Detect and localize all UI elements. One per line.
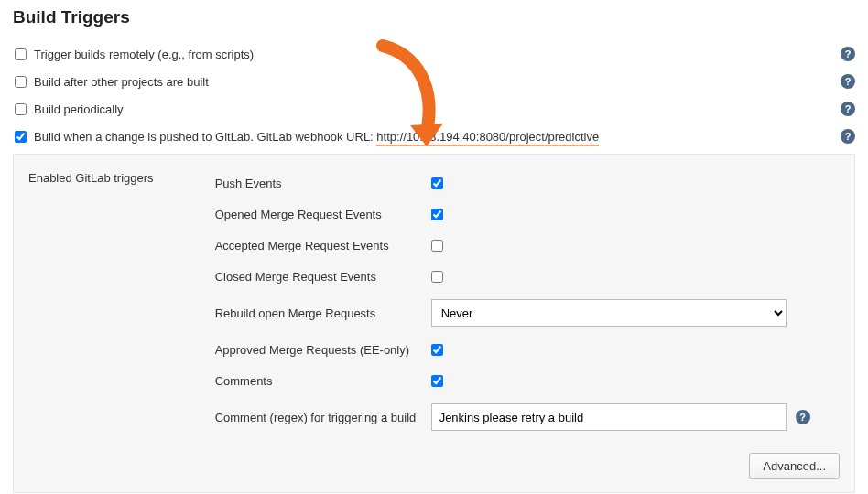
accepted-mr-label: Accepted Merge Request Events <box>215 239 431 252</box>
opened-mr-label: Opened Merge Request Events <box>215 208 431 221</box>
trigger-gitlab-checkbox[interactable] <box>15 131 27 143</box>
option-row-push-events: Push Events <box>215 167 810 199</box>
rebuild-mr-label: Rebuild open Merge Requests <box>215 306 431 320</box>
trigger-periodically-label: Build periodically <box>34 102 841 116</box>
rebuild-mr-select[interactable]: Never <box>431 299 787 327</box>
option-row-comment-regex: Comment (regex) for triggering a build ? <box>215 396 810 438</box>
option-row-opened-mr: Opened Merge Request Events <box>215 199 810 230</box>
section-title: Build Triggers <box>13 7 855 27</box>
closed-mr-checkbox[interactable] <box>431 271 443 283</box>
option-row-approved-mr: Approved Merge Requests (EE-only) <box>215 334 810 365</box>
help-icon[interactable]: ? <box>841 129 855 144</box>
trigger-after-projects-label: Build after other projects are built <box>34 75 841 89</box>
gitlab-subsection-label: Enabled GitLab triggers <box>28 167 212 185</box>
push-events-checkbox[interactable] <box>431 177 443 189</box>
trigger-remote-checkbox[interactable] <box>15 48 27 60</box>
trigger-periodically-checkbox[interactable] <box>15 103 27 115</box>
comment-regex-label: Comment (regex) for triggering a build <box>215 411 431 424</box>
option-row-rebuild-mr: Rebuild open Merge Requests Never <box>215 292 810 334</box>
trigger-row-gitlab: Build when a change is pushed to GitLab.… <box>13 123 855 150</box>
accepted-mr-checkbox[interactable] <box>431 240 443 252</box>
comments-checkbox[interactable] <box>431 375 443 387</box>
option-row-accepted-mr: Accepted Merge Request Events <box>215 230 810 261</box>
push-events-label: Push Events <box>215 177 431 190</box>
option-row-comments: Comments <box>215 365 810 396</box>
trigger-row-periodically: Build periodically ? <box>13 95 855 123</box>
gitlab-triggers-panel: Enabled GitLab triggers Push Events Open… <box>13 154 855 493</box>
trigger-after-projects-checkbox[interactable] <box>15 76 27 88</box>
help-icon[interactable]: ? <box>796 410 810 424</box>
trigger-row-remote: Trigger builds remotely (e.g., from scri… <box>13 40 855 68</box>
approved-mr-label: Approved Merge Requests (EE-only) <box>215 343 431 357</box>
option-row-closed-mr: Closed Merge Request Events <box>215 261 810 292</box>
gitlab-webhook-url: http://10.13.194.40:8080/project/predict… <box>376 130 599 146</box>
help-icon[interactable]: ? <box>841 47 855 61</box>
closed-mr-label: Closed Merge Request Events <box>215 270 431 284</box>
comment-regex-input[interactable] <box>431 403 787 431</box>
trigger-gitlab-label-prefix: Build when a change is pushed to GitLab.… <box>34 130 376 144</box>
trigger-gitlab-label: Build when a change is pushed to GitLab.… <box>34 130 841 144</box>
trigger-remote-label: Trigger builds remotely (e.g., from scri… <box>34 48 841 61</box>
help-icon[interactable]: ? <box>841 102 855 116</box>
trigger-row-after-projects: Build after other projects are built ? <box>13 68 855 95</box>
comments-label: Comments <box>215 374 431 388</box>
opened-mr-checkbox[interactable] <box>431 209 443 220</box>
advanced-button[interactable]: Advanced... <box>749 453 840 479</box>
approved-mr-checkbox[interactable] <box>431 344 443 356</box>
help-icon[interactable]: ? <box>841 74 855 89</box>
